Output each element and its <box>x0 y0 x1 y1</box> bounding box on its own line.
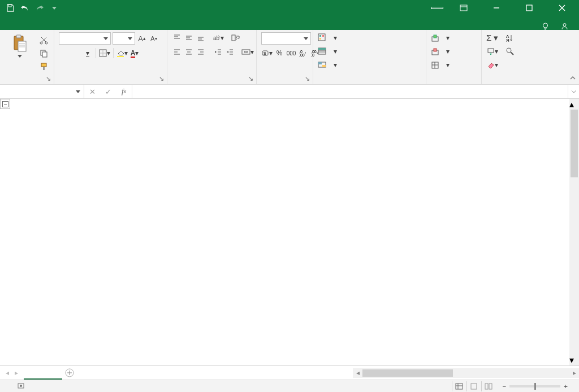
sheet-nav-next-icon[interactable]: ▸ <box>12 368 20 378</box>
zoom-control[interactable]: − + <box>503 383 568 390</box>
new-sheet-button[interactable] <box>62 365 77 380</box>
svg-point-79 <box>507 48 511 53</box>
delete-cells-button[interactable]: ▾ <box>431 46 450 57</box>
autosum-icon[interactable]: Σ ▾ <box>486 32 498 43</box>
decrease-indent-icon[interactable] <box>213 46 223 58</box>
align-right-icon[interactable] <box>196 46 206 58</box>
ribbon-display-icon[interactable] <box>451 0 476 16</box>
zoom-out-icon[interactable]: − <box>503 383 507 390</box>
svg-rect-70 <box>322 65 326 67</box>
redo-icon[interactable] <box>33 2 46 14</box>
tell-me[interactable] <box>542 23 552 30</box>
fill-color-icon[interactable]: ▾ <box>116 47 128 59</box>
align-top-icon[interactable] <box>172 32 182 43</box>
expand-formula-bar-icon[interactable] <box>568 85 579 98</box>
align-center-icon[interactable] <box>184 46 194 58</box>
autofill-options-icon[interactable] <box>0 99 10 109</box>
fill-icon[interactable]: ▾ <box>486 46 498 57</box>
save-icon[interactable] <box>3 2 17 14</box>
sort-filter-icon[interactable]: AЯ <box>505 32 515 43</box>
zoom-in-icon[interactable]: + <box>564 383 568 390</box>
italic-button[interactable] <box>71 47 81 59</box>
dialog-launcher-icon[interactable]: ↘ <box>158 75 165 82</box>
orientation-icon[interactable]: ab▾ <box>213 32 224 43</box>
format-as-table-button[interactable]: ▾ <box>318 46 337 57</box>
formula-input[interactable] <box>132 85 568 98</box>
decrease-font-icon[interactable]: A▾ <box>149 33 159 44</box>
underline-button[interactable]: ▾ <box>83 47 93 59</box>
view-normal-icon[interactable] <box>452 381 466 391</box>
svg-rect-76 <box>488 49 494 53</box>
ribbon: ↘ A▴ A▾ ▾ ▾ ▾ A▾ ↘ <box>0 30 579 85</box>
minimize-button[interactable] <box>484 0 509 16</box>
sheet-nav-prev-icon[interactable]: ◂ <box>3 368 11 378</box>
bold-button[interactable] <box>59 47 69 59</box>
increase-decimal-icon[interactable]: ,0,00 <box>298 47 308 59</box>
svg-point-10 <box>563 24 566 27</box>
group-label-cells <box>431 82 477 83</box>
cancel-formula-icon[interactable]: ✕ <box>84 88 100 96</box>
enter-formula-icon[interactable]: ✓ <box>100 88 116 96</box>
dialog-launcher-icon[interactable]: ↘ <box>247 75 254 82</box>
qat-customize-icon[interactable] <box>47 2 61 14</box>
collapse-ribbon-icon[interactable] <box>568 73 578 83</box>
align-left-icon[interactable] <box>172 46 182 58</box>
find-select-icon[interactable] <box>505 46 515 57</box>
name-box[interactable] <box>0 85 84 98</box>
svg-rect-4 <box>526 5 532 11</box>
svg-rect-74 <box>434 49 437 51</box>
undo-icon[interactable] <box>18 2 32 14</box>
merge-center-icon[interactable]: ▾ <box>241 46 254 58</box>
share-button[interactable] <box>561 23 571 30</box>
svg-text:$: $ <box>263 51 266 56</box>
paste-button[interactable] <box>5 32 35 58</box>
percent-icon[interactable]: % <box>274 47 284 59</box>
align-middle-icon[interactable] <box>184 32 194 43</box>
svg-rect-60 <box>318 34 325 41</box>
svg-rect-67 <box>318 48 326 50</box>
svg-rect-37 <box>232 35 235 41</box>
borders-icon[interactable]: ▾ <box>99 47 110 59</box>
macro-record-icon[interactable] <box>11 382 31 391</box>
comma-style-icon[interactable]: 000 <box>286 47 296 59</box>
svg-rect-86 <box>456 384 463 389</box>
align-bottom-icon[interactable] <box>196 32 206 43</box>
maximize-button[interactable] <box>517 0 542 16</box>
accounting-format-icon[interactable]: $▾ <box>261 47 273 59</box>
clear-icon[interactable]: ▾ <box>486 59 498 71</box>
close-button[interactable] <box>550 0 574 16</box>
font-name-select[interactable] <box>59 32 111 45</box>
insert-cells-button[interactable]: ▾ <box>431 32 450 43</box>
format-cells-button[interactable]: ▾ <box>431 59 450 71</box>
conditional-formatting-button[interactable]: ▾ <box>318 32 337 43</box>
clipboard-icon <box>12 34 28 53</box>
view-page-layout-icon[interactable] <box>466 381 481 391</box>
group-label-number: ↘ <box>261 82 308 83</box>
horizontal-scrollbar[interactable]: ◂ ▸ <box>353 368 579 378</box>
insert-function-icon[interactable]: fx <box>116 88 132 96</box>
svg-rect-61 <box>319 35 321 37</box>
format-painter-icon[interactable] <box>38 60 49 72</box>
cut-icon[interactable] <box>38 34 49 46</box>
cell-styles-icon <box>318 60 327 69</box>
svg-point-85 <box>20 385 22 387</box>
font-size-select[interactable] <box>113 32 135 45</box>
view-page-break-icon[interactable] <box>481 381 496 391</box>
wrap-text-icon[interactable] <box>231 32 241 43</box>
cond-format-icon <box>318 33 327 42</box>
insert-icon <box>431 34 439 42</box>
sign-in-button[interactable] <box>431 7 443 9</box>
number-format-select[interactable] <box>261 32 311 45</box>
sheet-tab-active[interactable] <box>24 373 62 380</box>
dialog-launcher-icon[interactable]: ↘ <box>45 75 51 82</box>
font-color-icon[interactable]: A▾ <box>129 47 140 59</box>
copy-icon[interactable] <box>38 47 49 59</box>
cell-styles-button[interactable]: ▾ <box>318 59 337 71</box>
svg-rect-91 <box>489 384 492 389</box>
svg-line-80 <box>511 52 513 55</box>
dialog-launcher-icon[interactable]: ↘ <box>304 75 310 82</box>
vertical-scrollbar[interactable]: ▴ ▾ <box>569 99 579 365</box>
increase-indent-icon[interactable] <box>224 46 235 58</box>
increase-font-icon[interactable]: A▴ <box>137 33 147 44</box>
ribbon-tabs <box>0 16 579 30</box>
